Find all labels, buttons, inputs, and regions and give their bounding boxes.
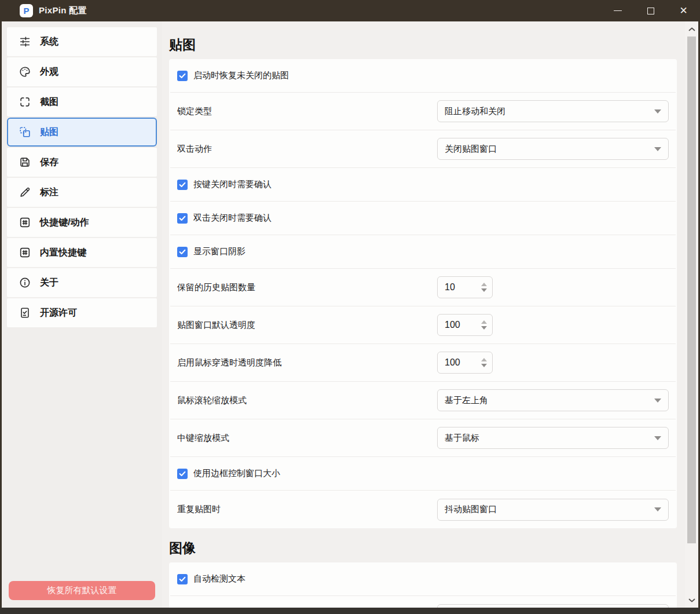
section-title-pin: 贴图 [169,36,677,54]
maximize-icon [647,8,654,14]
pin-settings-card: 启动时恢复未关闭的贴图 锁定类型 阻止移动和关闭 双击动作 [169,59,677,528]
setting-row-history-pin-count: 保留的历史贴图数量 10 [170,269,676,306]
setting-row-middle-zoom-mode: 中键缩放模式 基于鼠标 [170,419,676,457]
info-icon [18,276,32,290]
window-bottom-border [0,608,700,614]
middle-zoom-mode-select[interactable]: 基于鼠标 [437,427,669,449]
pencil-icon [18,185,32,199]
sidebar-item-save[interactable]: 保存 [7,148,157,177]
image-settings-card: 自动检测文本 [169,562,677,608]
sidebar-item-license[interactable]: 开源许可 [7,298,157,327]
pin-image-icon [18,125,32,139]
setting-row-wheel-zoom-mode: 鼠标滚轮缩放模式 基于左上角 [170,382,676,419]
spinner-up-icon[interactable] [481,320,487,324]
scrollbar[interactable] [685,21,698,608]
setting-row-partial [170,596,676,608]
pixpin-settings-window: P PixPin 配置 ✕ 系统 外观 [0,0,700,614]
pixpin-logo-icon: P [20,4,33,17]
sidebar-item-builtin-hotkeys[interactable]: 内置快捷键 [7,238,157,267]
clickthrough-opacity-spinner[interactable]: 100 [437,352,493,374]
setting-row-confirm-on-double-click-close: 双击关闭时需要确认 [170,202,676,235]
setting-row-default-opacity: 贴图窗口默认透明度 100 [170,306,676,344]
spinner-down-icon[interactable] [481,364,487,367]
default-opacity-spinner[interactable]: 100 [437,314,493,336]
minimize-icon [614,10,622,11]
setting-row-confirm-on-key-close: 按键关闭时需要确认 [170,168,676,202]
spinner-down-icon[interactable] [481,326,487,330]
chevron-down-icon [654,147,661,151]
section-title-image: 图像 [169,539,677,557]
sidebar: 系统 外观 截图 贴图 [2,21,162,608]
checkbox-border-resize[interactable] [177,469,188,479]
chevron-down-icon [654,399,661,403]
chevron-down-icon [654,436,661,440]
setting-row-show-window-shadow: 显示窗口阴影 [170,235,676,269]
checkbox-confirm-key-close[interactable] [177,180,188,190]
screenshot-icon [18,95,32,109]
settings-panel: 贴图 启动时恢复未关闭的贴图 锁定类型 阻止移动和关闭 [162,21,685,608]
window-title: PixPin 配置 [39,5,87,16]
palette-icon [18,65,32,79]
sidebar-item-annotate[interactable]: 标注 [7,178,157,207]
setting-row-repeat-pin: 重复贴图时 抖动贴图窗口 [170,491,676,528]
scroll-up-icon[interactable] [685,21,698,36]
chevron-down-icon [654,507,661,511]
close-button[interactable]: ✕ [667,0,700,21]
hash-icon [18,215,32,229]
minimize-button[interactable] [601,0,634,21]
setting-row-lock-type: 锁定类型 阻止移动和关闭 [170,93,676,130]
checkbox-confirm-dblclick-close[interactable] [177,213,188,224]
titlebar: P PixPin 配置 ✕ [0,0,700,21]
scrollbar-thumb[interactable] [687,36,696,543]
setting-row-double-click-action: 双击动作 关闭贴图窗口 [170,130,676,168]
scroll-down-icon[interactable] [685,593,698,608]
spinner-up-icon[interactable] [481,358,487,361]
sliders-icon [18,35,32,49]
sidebar-item-pin-image[interactable]: 贴图 [7,118,157,147]
checkbox-window-shadow[interactable] [177,247,188,257]
sidebar-item-hotkeys-actions[interactable]: 快捷键/动作 [7,208,157,237]
maximize-button[interactable] [634,0,667,21]
checkbox-restore-pins[interactable] [177,71,188,81]
repeat-pin-select[interactable]: 抖动贴图窗口 [437,499,669,521]
setting-row-clickthrough-opacity: 启用鼠标穿透时透明度降低 100 [170,344,676,382]
sidebar-item-appearance[interactable]: 外观 [7,57,157,86]
sidebar-item-screenshot[interactable]: 截图 [7,87,157,116]
lock-type-select[interactable]: 阻止移动和关闭 [437,100,669,122]
setting-row-auto-detect-text: 自动检测文本 [170,562,676,596]
save-icon [18,155,32,169]
spinner-down-icon[interactable] [481,288,487,292]
checkbox-auto-detect-text[interactable] [177,574,188,584]
spinner-up-icon[interactable] [481,283,487,286]
sidebar-item-system[interactable]: 系统 [7,27,157,56]
setting-row-restore-pins-on-start: 启动时恢复未关闭的贴图 [170,59,676,93]
license-icon [18,306,32,320]
sidebar-item-about[interactable]: 关于 [7,268,157,297]
history-pin-count-spinner[interactable]: 10 [437,276,493,298]
restore-defaults-button[interactable]: 恢复所有默认设置 [9,581,155,600]
setting-row-border-resize: 使用边框控制窗口大小 [170,457,676,491]
hash-icon [18,246,32,260]
chevron-down-icon [654,109,661,114]
close-icon: ✕ [679,6,687,16]
wheel-zoom-mode-select[interactable]: 基于左上角 [437,389,669,411]
double-click-action-select[interactable]: 关闭贴图窗口 [437,138,669,160]
